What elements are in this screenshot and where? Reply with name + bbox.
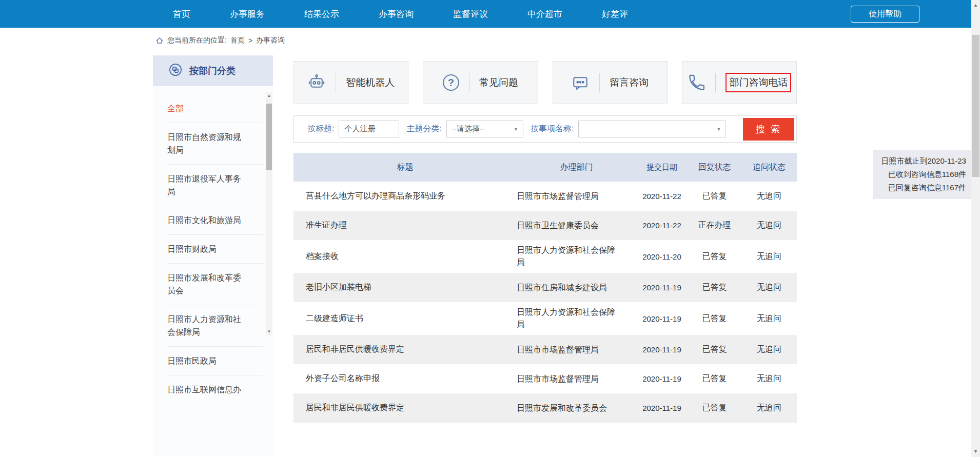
row-submit-date: 2020-11-19 xyxy=(636,345,688,354)
table-row[interactable]: 莒县什么地方可以办理商品条形码业务 日照市市场监督管理局 2020-11-22 … xyxy=(293,182,797,211)
question-icon: ? xyxy=(443,74,459,91)
search-button[interactable]: 搜 索 xyxy=(743,118,794,141)
scroll-down-icon[interactable]: ▼ xyxy=(266,328,272,335)
row-followup-status: 无追问 xyxy=(741,191,797,202)
tab-smart-robot[interactable]: 智能机器人 xyxy=(293,61,408,104)
page-scrollbar-thumb[interactable] xyxy=(972,35,979,177)
sidebar-item-finance[interactable]: 日照市财政局 xyxy=(167,235,263,264)
row-department: 日照市发展和改革委员会 xyxy=(517,402,636,414)
sidebar-item-civil-affairs[interactable]: 日照市民政局 xyxy=(167,347,263,375)
scroll-down-icon[interactable]: ▼ xyxy=(971,447,980,456)
tab-faq[interactable]: ? 常见问题 xyxy=(423,61,538,104)
category-icon xyxy=(168,63,183,79)
table-row[interactable]: 档案接收 日照市人力资源和社会保障局 2020-11-20 已答复 无追问 xyxy=(293,240,797,273)
breadcrumb-label: 您当前所在的位置: xyxy=(167,36,227,45)
top-nav: 首页 办事服务 结果公示 办事咨询 监督评议 中介超市 好差评 使用帮助 xyxy=(0,0,971,28)
row-followup-status: 无追问 xyxy=(741,220,797,231)
sidebar-list: 全部 日照市自然资源和规划局 日照市退役军人事务局 日照市文化和旅游局 日照市财… xyxy=(153,86,273,404)
row-followup-status: 无追问 xyxy=(741,344,797,355)
sidebar-title: 按部门分类 xyxy=(189,65,236,77)
nav-item-home[interactable]: 首页 xyxy=(173,8,190,20)
row-title[interactable]: 居民和非居民供暖收费界定 xyxy=(293,403,517,413)
category-filter-value: --请选择-- xyxy=(452,124,485,134)
row-title[interactable]: 二级建造师证书 xyxy=(293,313,517,324)
nav-items: 首页 办事服务 结果公示 办事咨询 监督评议 中介超市 好差评 xyxy=(0,8,628,20)
category-filter-label: 主题分类: xyxy=(406,124,441,134)
divider xyxy=(599,73,600,92)
sidebar-item-hr-social-security[interactable]: 日照市人力资源和社会保障局 xyxy=(167,305,263,347)
row-title[interactable]: 准生证办理 xyxy=(293,220,517,231)
row-department: 日照市卫生健康委员会 xyxy=(517,220,636,232)
table-row[interactable]: 居民和非居民供暖收费界定 日照市发展和改革委员会 2020-11-19 已答复 … xyxy=(293,393,797,423)
category-filter-select[interactable]: --请选择-- ▼ xyxy=(446,121,523,137)
item-name-filter-label: 按事项名称: xyxy=(531,124,574,134)
row-title[interactable]: 莒县什么地方可以办理商品条形码业务 xyxy=(293,191,517,202)
table-row[interactable]: 二级建造师证书 日照市人力资源和社会保障局 2020-11-19 已答复 无追问 xyxy=(293,302,797,335)
scroll-up-icon[interactable]: ▲ xyxy=(266,92,272,100)
row-followup-status: 无追问 xyxy=(741,282,797,293)
sidebar-item-internet-info[interactable]: 日照市互联网信息办 xyxy=(167,375,263,404)
row-reply-status: 已答复 xyxy=(688,313,741,324)
row-followup-status: 无追问 xyxy=(741,373,797,384)
row-submit-date: 2020-11-19 xyxy=(636,374,688,383)
help-button[interactable]: 使用帮助 xyxy=(851,6,919,23)
nav-item-rating[interactable]: 好差评 xyxy=(602,8,628,20)
nav-item-services[interactable]: 办事服务 xyxy=(230,8,265,20)
divider xyxy=(469,73,469,92)
stats-line-replied: 已回复咨询信息1167件 xyxy=(878,181,966,194)
channel-tabs: 智能机器人 ? 常见问题 留言咨询 xyxy=(293,61,797,104)
header-submit-date: 提交日期 xyxy=(636,163,688,172)
row-submit-date: 2020-11-19 xyxy=(636,283,688,292)
sidebar-item-all[interactable]: 全部 xyxy=(167,94,263,123)
item-name-filter-select[interactable]: ▼ xyxy=(578,121,726,137)
header-reply-status: 回复状态 xyxy=(688,162,741,173)
home-icon xyxy=(155,36,164,45)
row-title[interactable]: 居民和非居民供暖收费界定 xyxy=(293,344,517,355)
title-filter-input[interactable] xyxy=(339,121,399,137)
sidebar-scrollbar-thumb[interactable] xyxy=(266,104,272,170)
stats-tooltip: 日照市截止到2020-11-23 已收到咨询信息1168件 已回复咨询信息116… xyxy=(873,150,971,199)
sidebar-item-natural-resources[interactable]: 日照市自然资源和规划局 xyxy=(167,123,263,165)
sidebar-scrollbar[interactable]: ▲ ▼ xyxy=(266,92,272,335)
table-row[interactable]: 老旧小区加装电梯 日照市住房和城乡建设局 2020-11-19 已答复 无追问 xyxy=(293,273,797,302)
sidebar-item-culture-tourism[interactable]: 日照市文化和旅游局 xyxy=(167,206,263,235)
breadcrumb-home-link[interactable]: 首页 xyxy=(230,36,245,45)
nav-item-agency-market[interactable]: 中介超市 xyxy=(527,8,562,20)
header-department: 办理部门 xyxy=(517,161,636,173)
row-reply-status: 正在办理 xyxy=(688,220,741,231)
table-row[interactable]: 准生证办理 日照市卫生健康委员会 2020-11-22 正在办理 无追问 xyxy=(293,211,797,240)
table-row[interactable]: 外资子公司名称申报 日照市市场监督管理局 2020-11-19 已答复 无追问 xyxy=(293,364,797,393)
sidebar-item-veterans-affairs[interactable]: 日照市退役军人事务局 xyxy=(167,165,263,206)
row-title[interactable]: 老旧小区加装电梯 xyxy=(293,282,517,293)
tab-phone-directory[interactable]: 部门咨询电话 xyxy=(682,61,797,104)
row-department: 日照市人力资源和社会保障局 xyxy=(517,306,636,331)
nav-item-consult[interactable]: 办事咨询 xyxy=(379,8,414,20)
tab-faq-label: 常见问题 xyxy=(479,76,518,89)
row-reply-status: 已答复 xyxy=(688,344,741,355)
row-reply-status: 已答复 xyxy=(688,282,741,293)
tab-message-consult-label: 留言咨询 xyxy=(610,76,649,89)
row-submit-date: 2020-11-22 xyxy=(636,221,688,230)
message-icon xyxy=(571,73,590,92)
table-header: 标题 办理部门 提交日期 回复状态 追问状态 xyxy=(293,153,797,182)
chevron-down-icon: ▼ xyxy=(716,127,721,132)
table-body: 莒县什么地方可以办理商品条形码业务 日照市市场监督管理局 2020-11-22 … xyxy=(293,182,797,423)
row-followup-status: 无追问 xyxy=(741,403,797,413)
header-followup-status: 追问状态 xyxy=(741,162,797,173)
scroll-up-icon[interactable]: ▲ xyxy=(971,1,980,10)
nav-item-results[interactable]: 结果公示 xyxy=(304,8,339,20)
nav-item-supervision[interactable]: 监督评议 xyxy=(453,8,488,20)
table-row[interactable]: 居民和非居民供暖收费界定 日照市市场监督管理局 2020-11-19 已答复 无… xyxy=(293,335,797,364)
row-followup-status: 无追问 xyxy=(741,313,797,324)
consultation-table: 标题 办理部门 提交日期 回复状态 追问状态 莒县什么地方可以办理商品条形码业务… xyxy=(293,153,797,423)
sidebar-item-development-reform[interactable]: 日照市发展和改革委员会 xyxy=(167,264,263,305)
row-submit-date: 2020-11-19 xyxy=(636,314,688,323)
row-department: 日照市市场监督管理局 xyxy=(517,344,636,356)
row-reply-status: 已答复 xyxy=(688,373,741,384)
row-title[interactable]: 档案接收 xyxy=(293,251,517,262)
main-content: 智能机器人 ? 常见问题 留言咨询 xyxy=(293,61,797,423)
page-scrollbar[interactable]: ▲ ▼ xyxy=(971,0,980,457)
tab-message-consult[interactable]: 留言咨询 xyxy=(553,61,668,104)
row-title[interactable]: 外资子公司名称申报 xyxy=(293,373,517,384)
row-department: 日照市住房和城乡建设局 xyxy=(517,282,636,294)
